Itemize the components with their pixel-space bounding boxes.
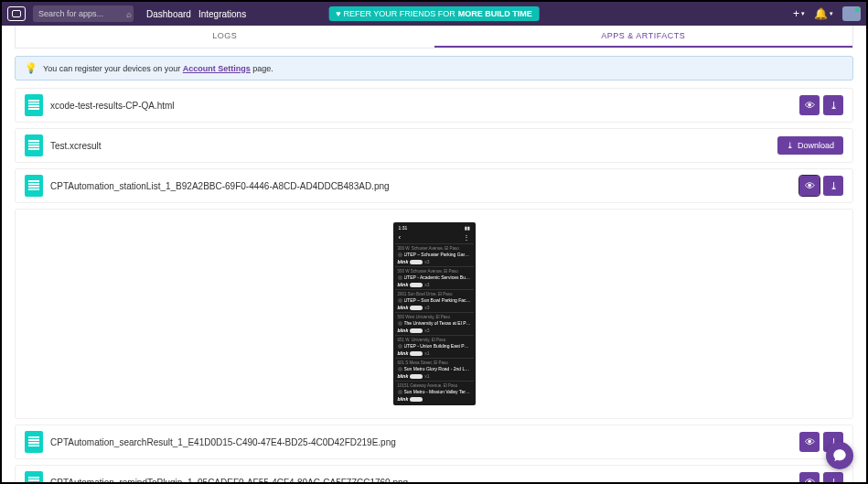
artifact-filename: CPTAutomation_searchResult_1_E41D0D15-C4… — [50, 437, 792, 447]
artifact-preview: 1:31▮▮‹⋮306 W. Schuster Avenue, El PasoU… — [15, 209, 853, 419]
info-banner: 💡 You can register your devices on your … — [15, 56, 853, 81]
file-icon — [25, 94, 43, 116]
refer-text: REFER YOUR FRIENDS FOR — [344, 9, 455, 18]
download-button[interactable]: ⤓ — [823, 95, 843, 115]
artifact-row: xcode-test-results-CP-QA.html👁⤓ — [15, 88, 853, 123]
add-icon[interactable]: +▾ — [793, 7, 805, 20]
station-item: 651 W. University, El PasoUTEP - Union B… — [395, 335, 474, 358]
banner-text: You can register your devices on your Ac… — [43, 64, 273, 73]
logo-icon[interactable] — [7, 6, 26, 21]
chat-icon — [832, 448, 847, 463]
download-button[interactable]: ⤓ — [823, 176, 843, 196]
artifact-filename: xcode-test-results-CP-QA.html — [50, 101, 792, 111]
preview-button[interactable]: 👁 — [799, 472, 820, 482]
station-item: 500 West University, El PasoThe Universi… — [395, 312, 474, 335]
download-button[interactable]: ⤓Download — [777, 136, 843, 155]
download-icon: ⤓ — [830, 180, 838, 192]
station-item: 500 W Schuster Avenue, El PasoUTEP - Aca… — [395, 266, 474, 289]
content-area: LOGS APPS & ARTIFACTS 💡 You can register… — [2, 26, 866, 482]
eye-icon: 👁 — [805, 100, 815, 111]
artifact-row: Test.xcresult⤓Download — [15, 128, 853, 163]
tab-logs[interactable]: LOGS — [16, 26, 434, 48]
preview-button[interactable]: 👁 — [799, 176, 820, 196]
heart-icon: ♥ — [336, 9, 340, 18]
artifact-list: xcode-test-results-CP-QA.html👁⤓Test.xcre… — [15, 88, 853, 482]
artifact-actions: 👁⤓ — [799, 176, 843, 196]
nav-right: +▾ 🔔▾ — [793, 6, 861, 21]
download-button[interactable]: ⤓ — [823, 472, 843, 482]
nav-dashboard[interactable]: Dashboard — [146, 9, 191, 19]
account-settings-link[interactable]: Account Settings — [183, 64, 251, 73]
bell-icon[interactable]: 🔔▾ — [814, 7, 833, 20]
download-icon: ⤓ — [830, 100, 838, 112]
chat-button[interactable] — [826, 442, 853, 469]
lightbulb-icon: 💡 — [25, 62, 38, 74]
nav-integrations[interactable]: Integrations — [198, 9, 246, 19]
refer-bold: MORE BUILD TIME — [458, 9, 532, 18]
file-icon — [25, 471, 43, 482]
avatar[interactable] — [842, 6, 861, 21]
back-icon: ‹ — [399, 233, 402, 242]
preview-button[interactable]: 👁 — [799, 432, 820, 452]
phone-screenshot: 1:31▮▮‹⋮306 W. Schuster Avenue, El PasoU… — [393, 222, 476, 405]
station-item: 601 S Mesa Street, El PasoSun Metro Glor… — [395, 358, 474, 381]
eye-icon: 👁 — [805, 180, 815, 191]
artifact-filename: CPTAutomation_remindToPlugin_1_05CADEF0-… — [50, 478, 792, 483]
artifact-actions: 👁⤓ — [799, 472, 843, 482]
eye-icon: 👁 — [805, 436, 815, 447]
artifact-row: CPTAutomation_searchResult_1_E41D0D15-C4… — [15, 425, 853, 459]
preview-button[interactable]: 👁 — [799, 95, 820, 115]
tabs: LOGS APPS & ARTIFACTS — [15, 26, 853, 48]
search-input[interactable] — [33, 5, 134, 22]
station-item: 306 W. Schuster Avenue, El PasoUTEP – Sc… — [395, 243, 474, 266]
artifact-actions: 👁⤓ — [799, 95, 843, 115]
artifact-row: CPTAutomation_remindToPlugin_1_05CADEF0-… — [15, 465, 853, 482]
station-item: 2901 Sun Bowl Drive, El PasoUTEP – Sun B… — [395, 289, 474, 312]
file-icon — [25, 134, 43, 156]
artifact-filename: Test.xcresult — [50, 141, 770, 151]
file-icon — [25, 431, 43, 453]
eye-icon: 👁 — [805, 477, 815, 482]
station-item: 10151 Gateway Avenue, El PasoSun Metro -… — [395, 381, 474, 403]
tab-artifacts[interactable]: APPS & ARTIFACTS — [434, 26, 853, 48]
file-icon — [25, 175, 43, 197]
artifact-actions: ⤓Download — [777, 136, 843, 155]
download-icon: ⤓ — [787, 141, 794, 150]
refer-banner[interactable]: ♥ REFER YOUR FRIENDS FOR MORE BUILD TIME — [328, 6, 540, 21]
more-icon: ⋮ — [463, 233, 470, 242]
artifact-filename: CPTAutomation_stationList_1_B92A2BBC-69F… — [50, 181, 792, 191]
artifact-row: CPTAutomation_stationList_1_B92A2BBC-69F… — [15, 168, 853, 203]
search-icon[interactable]: ⌕ — [126, 9, 132, 19]
download-icon: ⤓ — [830, 477, 838, 483]
top-nav: ⌕ Dashboard Integrations ♥ REFER YOUR FR… — [2, 2, 866, 26]
